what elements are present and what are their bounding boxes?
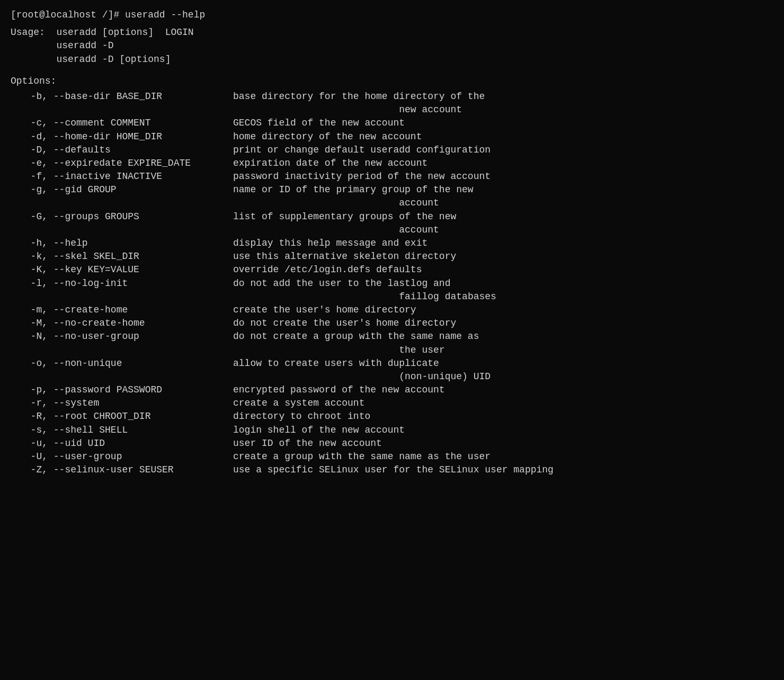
option-flag: -o, --non-unique	[11, 357, 233, 383]
option-flag: -c, --comment COMMENT	[11, 117, 233, 130]
option-row: -K, --key KEY=VALUE override /etc/login.…	[11, 263, 773, 276]
option-flag: -f, --inactive INACTIVE	[11, 170, 233, 183]
option-row: -c, --comment COMMENT GECOS field of the…	[11, 117, 773, 130]
option-desc: GECOS field of the new account	[233, 117, 773, 130]
option-row: -b, --base-dir BASE_DIR base directory f…	[11, 90, 773, 117]
option-flag: -g, --gid GROUP	[11, 183, 233, 210]
option-desc: base directory for the home directory of…	[233, 90, 773, 117]
option-desc: do not create the user's home directory	[233, 317, 773, 330]
option-row: -g, --gid GROUP name or ID of the primar…	[11, 183, 773, 210]
terminal: [root@localhost /]# useradd --help Usage…	[11, 8, 773, 477]
option-row: -o, --non-unique allow to create users w…	[11, 357, 773, 383]
option-flag: -U, --user-group	[11, 450, 233, 463]
option-flag: -l, --no-log-init	[11, 277, 233, 303]
option-desc: allow to create users with duplicate (no…	[233, 357, 773, 383]
usage-section: Usage: useradd [options] LOGIN useradd -…	[11, 26, 773, 66]
option-flag: -u, --uid UID	[11, 437, 233, 450]
option-desc: do not create a group with the same name…	[233, 330, 773, 356]
option-flag: -s, --shell SHELL	[11, 424, 233, 437]
option-desc: use a specific SELinux user for the SELi…	[233, 463, 773, 477]
option-row: -Z, --selinux-user SEUSER use a specific…	[11, 463, 773, 477]
option-desc: login shell of the new account	[233, 424, 773, 437]
option-flag: -d, --home-dir HOME_DIR	[11, 130, 233, 144]
option-row: -f, --inactive INACTIVE password inactiv…	[11, 170, 773, 183]
option-row: -l, --no-log-init do not add the user to…	[11, 277, 773, 303]
option-row: -M, --no-create-home do not create the u…	[11, 317, 773, 330]
option-flag: -h, --help	[11, 237, 233, 250]
options-container: -b, --base-dir BASE_DIR base directory f…	[11, 90, 773, 477]
option-row: -N, --no-user-group do not create a grou…	[11, 330, 773, 356]
option-flag: -k, --skel SKEL_DIR	[11, 250, 233, 263]
option-desc: use this alternative skeleton directory	[233, 250, 773, 263]
option-flag: -R, --root CHROOT_DIR	[11, 410, 233, 423]
option-desc: list of supplementary groups of the new …	[233, 210, 773, 237]
option-flag: -D, --defaults	[11, 144, 233, 157]
options-label: Options:	[11, 75, 773, 88]
option-desc: directory to chroot into	[233, 410, 773, 423]
option-flag: -K, --key KEY=VALUE	[11, 263, 233, 276]
option-desc: encrypted password of the new account	[233, 383, 773, 397]
option-desc: name or ID of the primary group of the n…	[233, 183, 773, 210]
option-desc: do not add the user to the lastlog and f…	[233, 277, 773, 303]
option-row: -d, --home-dir HOME_DIR home directory o…	[11, 130, 773, 144]
option-desc: display this help message and exit	[233, 237, 773, 250]
option-desc: create the user's home directory	[233, 303, 773, 317]
option-flag: -M, --no-create-home	[11, 317, 233, 330]
option-row: -s, --shell SHELL login shell of the new…	[11, 424, 773, 437]
option-desc: create a system account	[233, 397, 773, 410]
option-flag: -m, --create-home	[11, 303, 233, 317]
option-row: -k, --skel SKEL_DIR use this alternative…	[11, 250, 773, 263]
option-row: -r, --system create a system account	[11, 397, 773, 410]
option-desc: home directory of the new account	[233, 130, 773, 144]
option-desc: password inactivity period of the new ac…	[233, 170, 773, 183]
option-desc: override /etc/login.defs defaults	[233, 263, 773, 276]
option-desc: user ID of the new account	[233, 437, 773, 450]
option-row: -u, --uid UID user ID of the new account	[11, 437, 773, 450]
option-flag: -N, --no-user-group	[11, 330, 233, 356]
option-flag: -e, --expiredate EXPIRE_DATE	[11, 157, 233, 170]
option-row: -D, --defaults print or change default u…	[11, 144, 773, 157]
option-desc: expiration date of the new account	[233, 157, 773, 170]
option-row: -m, --create-home create the user's home…	[11, 303, 773, 317]
option-row: -G, --groups GROUPS list of supplementar…	[11, 210, 773, 237]
option-flag: -Z, --selinux-user SEUSER	[11, 463, 233, 477]
option-flag: -G, --groups GROUPS	[11, 210, 233, 237]
option-desc: create a group with the same name as the…	[233, 450, 773, 463]
option-flag: -b, --base-dir BASE_DIR	[11, 90, 233, 117]
option-flag: -p, --password PASSWORD	[11, 383, 233, 397]
option-row: -U, --user-group create a group with the…	[11, 450, 773, 463]
prompt-line: [root@localhost /]# useradd --help	[11, 8, 773, 22]
option-desc: print or change default useradd configur…	[233, 144, 773, 157]
option-row: -e, --expiredate EXPIRE_DATEexpiration d…	[11, 157, 773, 170]
option-flag: -r, --system	[11, 397, 233, 410]
option-row: -R, --root CHROOT_DIR directory to chroo…	[11, 410, 773, 423]
option-row: -p, --password PASSWORD encrypted passwo…	[11, 383, 773, 397]
options-section: Options: -b, --base-dir BASE_DIR base di…	[11, 75, 773, 477]
option-row: -h, --help display this help message and…	[11, 237, 773, 250]
